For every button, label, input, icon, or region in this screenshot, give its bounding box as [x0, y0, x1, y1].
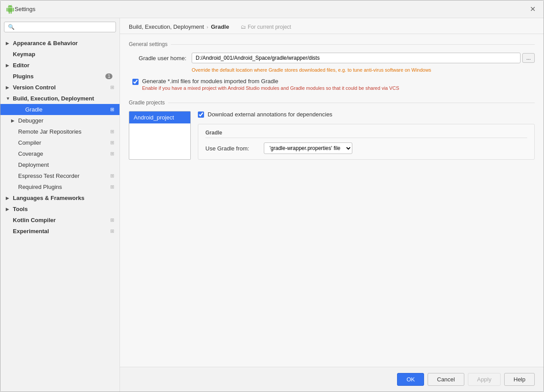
- bottom-bar: OK Cancel Apply Help: [120, 367, 544, 392]
- arrow-icon: ▼: [6, 96, 11, 101]
- arrow-icon: ▶: [11, 118, 16, 123]
- nav-items: ▶ Appearance & Behavior Keymap ▶ Editor …: [0, 36, 120, 392]
- generate-iml-checkbox[interactable]: [132, 79, 139, 85]
- ext-icon: ⊞: [110, 173, 114, 179]
- sidebar-item-editor[interactable]: ▶ Editor: [0, 60, 120, 71]
- project-list: Android_project: [129, 111, 191, 160]
- close-button[interactable]: ✕: [527, 4, 538, 14]
- breadcrumb: Build, Execution, Deployment › Gradle 🗂 …: [129, 23, 535, 30]
- sidebar-item-experimental[interactable]: Experimental ⊞: [0, 226, 120, 237]
- ok-button[interactable]: OK: [397, 373, 424, 386]
- project-icon: 🗂: [241, 24, 246, 30]
- sidebar: 🔍 ▶ Appearance & Behavior Keymap ▶ Edito…: [0, 18, 120, 392]
- download-annotations-checkbox[interactable]: [198, 111, 204, 118]
- gradle-home-label: Gradle user home:: [129, 55, 186, 61]
- generate-iml-label-group: Generate *.iml files for modules importe…: [142, 78, 399, 91]
- ext-icon: ⊞: [110, 140, 114, 146]
- sidebar-item-tools[interactable]: ▶ Tools: [0, 204, 120, 215]
- sidebar-item-coverage[interactable]: Coverage ⊞: [0, 148, 120, 159]
- panel-header: Build, Execution, Deployment › Gradle 🗂 …: [120, 18, 544, 34]
- arrow-icon: ▶: [6, 85, 11, 90]
- plugins-badge: 1: [105, 73, 112, 79]
- apply-button[interactable]: Apply: [468, 373, 501, 386]
- download-annotations-row: Download external annotations for depend…: [198, 111, 535, 118]
- cancel-button[interactable]: Cancel: [428, 373, 464, 386]
- gradle-home-input-group: ...: [192, 53, 535, 63]
- ext-icon: ⊞: [110, 129, 114, 135]
- ext-icon: ⊞: [110, 217, 114, 223]
- gradle-sub-title: Gradle: [205, 130, 527, 138]
- gradle-projects-layout: Android_project Download external annota…: [129, 111, 535, 160]
- sidebar-item-languages[interactable]: ▶ Languages & Frameworks: [0, 192, 120, 204]
- gradle-home-input[interactable]: [192, 53, 521, 63]
- use-gradle-from-label: Use Gradle from:: [205, 145, 258, 152]
- android-icon: [6, 5, 15, 14]
- help-button[interactable]: Help: [504, 373, 535, 386]
- sidebar-item-keymap[interactable]: Keymap: [0, 49, 120, 60]
- sidebar-item-deployment[interactable]: Deployment: [0, 159, 120, 170]
- breadcrumb-project-label: For current project: [248, 24, 291, 30]
- sidebar-item-remote-jar[interactable]: Remote Jar Repositories ⊞: [0, 126, 120, 137]
- right-panel: Build, Execution, Deployment › Gradle 🗂 …: [120, 18, 544, 392]
- sidebar-item-appearance[interactable]: ▶ Appearance & Behavior: [0, 38, 120, 49]
- arrow-icon: ▶: [6, 63, 11, 68]
- project-settings: Download external annotations for depend…: [198, 111, 535, 160]
- breadcrumb-project-indicator: 🗂 For current project: [241, 24, 291, 30]
- gradle-projects-section: Gradle projects Android_project Do: [129, 100, 535, 160]
- search-icon: 🔍: [8, 24, 15, 30]
- sidebar-item-gradle[interactable]: Gradle ⊞: [0, 104, 120, 115]
- breadcrumb-current: Gradle: [211, 23, 229, 30]
- sidebar-item-required-plugins[interactable]: Required Plugins ⊞: [0, 181, 120, 192]
- gradle-projects-section-title: Gradle projects: [129, 100, 535, 106]
- panel-body: General settings Gradle user home: ... O…: [120, 34, 544, 367]
- download-annotations-label[interactable]: Download external annotations for depend…: [208, 111, 332, 118]
- sidebar-item-compiler[interactable]: Compiler ⊞: [0, 137, 120, 148]
- ext-icon: ⊞: [110, 228, 114, 234]
- ext-icon: ⊞: [110, 107, 114, 112]
- search-input[interactable]: [16, 24, 112, 30]
- use-gradle-row: Use Gradle from: 'gradle-wrapper.propert…: [205, 142, 527, 154]
- title-bar: Settings ✕: [0, 0, 544, 18]
- arrow-icon: ▶: [6, 207, 11, 211]
- generate-iml-row: Generate *.iml files for modules importe…: [132, 78, 535, 91]
- search-box[interactable]: 🔍: [4, 22, 116, 32]
- arrow-icon: ▶: [6, 41, 11, 46]
- settings-window: Settings ✕ 🔍 ▶ Appearance & Behavior Key…: [0, 0, 544, 392]
- breadcrumb-separator: ›: [207, 24, 208, 30]
- sidebar-item-build-execution[interactable]: ▼ Build, Execution, Deployment: [0, 93, 120, 104]
- sidebar-item-debugger[interactable]: ▶ Debugger: [0, 115, 120, 126]
- sidebar-item-version-control[interactable]: ▶ Version Control ⊞: [0, 82, 120, 93]
- gradle-home-row: Gradle user home: ...: [129, 53, 535, 63]
- ext-icon: ⊞: [110, 184, 114, 190]
- general-settings-section-title: General settings: [129, 41, 535, 47]
- browse-button[interactable]: ...: [522, 53, 535, 63]
- breadcrumb-parent: Build, Execution, Deployment: [129, 23, 204, 30]
- arrow-icon: ▶: [6, 196, 11, 200]
- main-content: 🔍 ▶ Appearance & Behavior Keymap ▶ Edito…: [0, 18, 544, 392]
- sidebar-item-espresso[interactable]: Espresso Test Recorder ⊞: [0, 170, 120, 181]
- generate-iml-hint: Enable if you have a mixed project with …: [142, 85, 399, 91]
- use-gradle-from-select[interactable]: 'gradle-wrapper.properties' file Gradle …: [264, 142, 352, 154]
- ext-icon: ⊞: [110, 151, 114, 157]
- sidebar-item-plugins[interactable]: Plugins 1: [0, 71, 120, 82]
- ext-icon: ⊞: [110, 85, 114, 90]
- window-title: Settings: [15, 6, 527, 12]
- project-list-item[interactable]: Android_project: [129, 111, 190, 123]
- gradle-sub-section: Gradle Use Gradle from: 'gradle-wrapper.…: [198, 124, 535, 160]
- sidebar-item-kotlin[interactable]: Kotlin Compiler ⊞: [0, 215, 120, 226]
- generate-iml-label[interactable]: Generate *.iml files for modules importe…: [142, 78, 399, 85]
- gradle-home-hint: Override the default location where Grad…: [192, 67, 535, 73]
